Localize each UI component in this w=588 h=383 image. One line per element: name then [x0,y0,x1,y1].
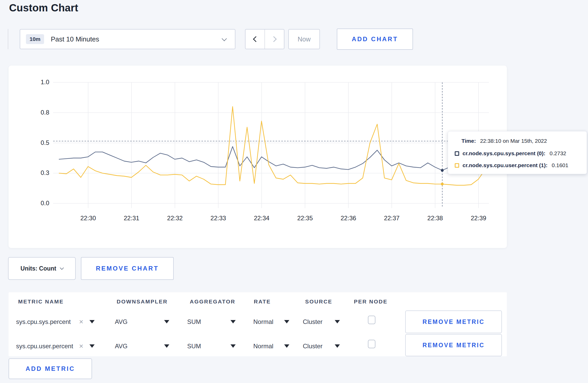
tooltip-series-sys-label: cr.node.sys.cpu.sys.percent (0): [463,150,545,157]
now-button[interactable]: Now [288,29,320,49]
header-rate: RATE [254,299,271,305]
header-source: SOURCE [305,299,332,305]
y-tick-label: 0.0 [23,200,49,207]
metric-dropdown-arrow-icon[interactable] [89,320,95,323]
x-tick-label: 22:30 [70,215,106,222]
remove-chart-button[interactable]: REMOVE CHART [81,257,174,280]
series-line-1 [59,107,493,185]
x-tick-label: 22:32 [157,215,193,222]
y-tick-label: 0.3 [23,169,49,176]
add-chart-button[interactable]: ADD CHART [337,29,413,50]
source-select[interactable]: Cluster [303,343,323,350]
rate-dropdown-arrow-icon[interactable] [284,320,289,323]
time-window-dropdown[interactable]: 10m Past 10 Minutes [20,29,235,49]
tooltip-series-user-value: 0.1601 [552,162,568,168]
header-downsampler: DOWNSAMPLER [117,299,168,305]
time-nav-arrows [245,29,284,49]
tooltip-time-label: Time: [461,138,476,144]
crosshair-dot-0 [441,169,444,172]
source-dropdown-arrow-icon[interactable] [335,344,340,348]
page-title: Custom Chart [9,2,78,14]
units-label: Units: Count [20,265,56,272]
per-node-checkbox[interactable] [368,316,375,324]
metric-name-select[interactable]: sys.cpu.sys.percent [16,318,71,325]
tooltip-series-sys-value: 0.2732 [550,150,566,157]
downsampler-select[interactable]: AVG [115,343,128,350]
chevron-down-icon [222,36,227,41]
aggregator-select[interactable]: SUM [187,318,201,325]
chevron-left-icon [253,36,259,42]
series-line-0 [59,147,493,171]
rate-select[interactable]: Normal [253,343,273,350]
rate-dropdown-arrow-icon[interactable] [284,344,289,348]
time-window-label: Past 10 Minutes [51,35,99,43]
aggregator-dropdown-arrow-icon[interactable] [230,320,236,323]
units-dropdown[interactable]: Units: Count [8,257,76,280]
series-sys-swatch-icon [455,151,459,156]
x-tick-label: 22:35 [287,215,323,222]
x-tick-label: 22:38 [417,215,453,222]
chart-card[interactable]: 0.00.30.50.81.0 22:3022:3122:3222:3322:3… [9,66,507,248]
downsampler-dropdown-arrow-icon[interactable] [164,344,169,348]
rate-select[interactable]: Normal [253,318,273,325]
header-per-node: PER NODE [354,299,388,305]
downsampler-select[interactable]: AVG [115,318,128,325]
source-select[interactable]: Cluster [303,318,323,325]
chevron-right-icon [271,36,277,42]
crosshair-dot-1 [441,183,444,186]
controls-left-divider [8,29,8,49]
x-tick-label: 22:34 [243,215,280,222]
aggregator-dropdown-arrow-icon[interactable] [230,344,236,348]
chevron-down-icon [60,266,64,270]
downsampler-dropdown-arrow-icon[interactable] [164,320,169,323]
y-tick-label: 0.5 [23,139,49,146]
header-metric-name: METRIC NAME [18,299,64,305]
metric-name-select[interactable]: sys.cpu.user.percent [16,343,73,350]
tooltip-time-value: 22:38:10 on Mar 15th, 2022 [480,138,547,144]
header-aggregator: AGGREGATOR [190,299,235,305]
prev-time-button[interactable] [246,30,264,49]
x-tick-label: 22:36 [330,215,367,222]
metric-dropdown-arrow-icon[interactable] [89,344,95,348]
x-tick-label: 22:31 [113,215,150,222]
x-tick-label: 22:37 [374,215,410,222]
source-dropdown-arrow-icon[interactable] [335,320,340,323]
aggregator-select[interactable]: SUM [187,343,201,350]
chart-tooltip: Time: 22:38:10 on Mar 15th, 2022 cr.node… [448,131,587,174]
y-tick-label: 0.8 [23,109,49,116]
add-metric-button[interactable]: ADD METRIC [9,358,92,379]
time-window-badge: 10m [26,34,44,44]
remove-metric-button[interactable]: REMOVE METRIC [405,334,502,356]
series-user-swatch-icon [455,163,459,168]
x-tick-label: 22:39 [460,215,497,222]
x-tick-label: 22:33 [200,215,236,222]
next-time-button[interactable] [264,30,284,49]
custom-chart-page: Custom Chart 10m Past 10 Minutes Now ADD… [0,0,588,383]
y-tick-label: 1.0 [23,79,49,86]
per-node-checkbox[interactable] [368,340,375,348]
clear-metric-icon[interactable]: × [79,343,83,350]
clear-metric-icon[interactable]: × [79,318,83,325]
remove-metric-button[interactable]: REMOVE METRIC [405,310,502,333]
tooltip-series-user-label: cr.node.sys.cpu.user.percent (1): [463,162,548,168]
